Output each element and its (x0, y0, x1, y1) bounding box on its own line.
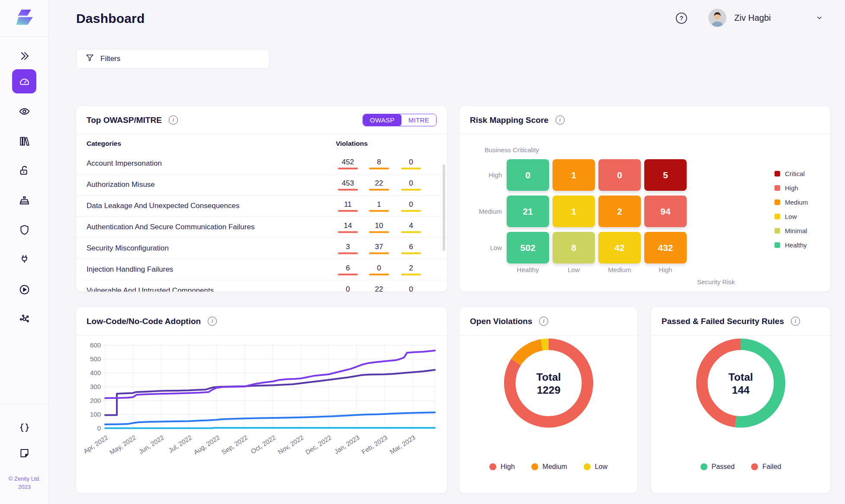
violation-count[interactable]: 8 (365, 157, 393, 169)
legend-item: Healthy (774, 241, 807, 249)
risk-cell-critical[interactable]: 5 (644, 159, 687, 191)
filters-label: Filters (100, 55, 120, 63)
dustpan-icon (19, 195, 30, 206)
violation-count[interactable]: 37 (365, 243, 393, 254)
plug-icon (19, 254, 30, 266)
sidebar-item-visibility[interactable] (12, 99, 36, 123)
info-icon[interactable]: i (208, 317, 217, 326)
categories-header: Categories (87, 140, 121, 148)
violation-count[interactable]: 0 (397, 179, 425, 191)
info-icon[interactable]: i (539, 317, 548, 326)
violations-header: Violations (336, 140, 368, 148)
violation-count[interactable]: 2 (397, 264, 425, 276)
risk-cell-medium[interactable]: 432 (644, 232, 687, 263)
legend-label: Low (595, 463, 607, 471)
violation-count[interactable]: 1 (365, 200, 393, 212)
svg-text:600: 600 (90, 341, 101, 349)
legend-item: Medium (531, 463, 567, 471)
category-label: Authentication And Secure Communication … (87, 223, 254, 231)
violation-count[interactable]: 0 (397, 285, 425, 292)
info-icon[interactable]: i (169, 116, 178, 125)
filter-funnel-icon (85, 53, 94, 64)
svg-text:0: 0 (97, 424, 101, 432)
svg-text:Total: Total (536, 371, 561, 383)
table-scrollbar[interactable] (443, 164, 445, 251)
category-label: Injection Handling Failures (87, 265, 173, 274)
zenity-logo[interactable] (0, 9, 49, 26)
violation-count[interactable]: 0 (397, 157, 425, 169)
sidebar-item-cleanup[interactable] (12, 188, 36, 212)
category-label: Authorization Misuse (87, 180, 155, 189)
user-name[interactable]: Ziv Hagbi (734, 13, 771, 23)
violation-count[interactable]: 6 (397, 243, 425, 254)
info-icon[interactable]: i (791, 317, 800, 326)
risk-cell-healthy[interactable]: 502 (507, 232, 549, 263)
risk-cell-healthy[interactable]: 21 (507, 196, 549, 227)
double-chevron-right-icon (19, 50, 30, 62)
legend-label: Critical (785, 170, 805, 177)
risk-cell-low[interactable]: 42 (598, 232, 641, 263)
risk-col-label: High (644, 266, 687, 273)
legend-dot (531, 463, 538, 470)
rules-donut-chart: Total144 (690, 332, 792, 434)
violation-count[interactable]: 0 (397, 200, 425, 212)
x-axis-label: Security Risk (697, 278, 735, 286)
sidebar-item-developer[interactable] (12, 415, 36, 440)
violation-count[interactable]: 6 (334, 264, 362, 276)
category-label: Data Leakage And Unexpected Consequences (87, 202, 239, 210)
violation-count[interactable]: 3 (334, 243, 362, 254)
card-title: Top OWASP/MITRE (87, 116, 162, 125)
legend-item: Medium (774, 199, 808, 206)
legend-swatch (774, 199, 780, 205)
legend-label: Healthy (785, 241, 807, 249)
toggle-mitre[interactable]: MITRE (402, 114, 436, 126)
violation-count[interactable]: 452 (334, 157, 362, 169)
legend-label: Minimal (785, 227, 807, 234)
violation-count[interactable]: 11 (334, 200, 362, 212)
risk-cell-minimal[interactable]: 8 (553, 232, 595, 263)
svg-text:Aug, 2022: Aug, 2022 (192, 433, 221, 456)
risk-cell-high[interactable]: 0 (598, 159, 641, 191)
violation-count[interactable]: 4 (397, 222, 425, 233)
avatar[interactable] (708, 9, 726, 27)
legend-label: High (785, 184, 798, 192)
svg-text:Feb, 2023: Feb, 2023 (360, 433, 389, 456)
violation-count[interactable]: 14 (334, 222, 362, 233)
copyright: © Zenity Ltd. 2023 (0, 475, 49, 491)
violation-count[interactable]: 10 (365, 222, 393, 233)
sidebar-item-protection[interactable] (12, 218, 36, 242)
risk-cell-healthy[interactable]: 0 (507, 159, 549, 191)
filters-button[interactable]: Filters (76, 49, 270, 69)
svg-text:144: 144 (732, 384, 750, 396)
sidebar-item-inventory[interactable] (12, 129, 36, 153)
violation-count[interactable]: 0 (334, 285, 362, 292)
sidebar-item-access[interactable] (12, 158, 36, 183)
risk-cell-medium[interactable]: 1 (553, 159, 595, 191)
svg-text:100: 100 (90, 411, 101, 418)
sidebar-item-playbooks[interactable] (12, 277, 36, 302)
table-row: Security Misconfiguration3376 (76, 238, 447, 259)
help-icon[interactable]: ? (676, 13, 687, 24)
svg-text:400: 400 (90, 369, 101, 376)
legend-dot (584, 463, 591, 470)
sidebar-item-collapse[interactable] (12, 44, 36, 68)
sidebar-item-connections[interactable] (12, 307, 36, 331)
sidebar-item-dashboard[interactable] (12, 69, 36, 93)
sidebar-item-integrations[interactable] (12, 247, 36, 272)
legend-label: Low (785, 213, 797, 220)
violation-count[interactable]: 22 (365, 179, 393, 191)
violation-count[interactable]: 22 (365, 285, 393, 292)
table-row: Authentication And Secure Communication … (76, 216, 447, 238)
violation-count[interactable]: 0 (365, 264, 393, 276)
legend-label: Medium (785, 199, 808, 206)
info-icon[interactable]: i (556, 116, 565, 125)
risk-cell-high[interactable]: 94 (644, 196, 687, 227)
risk-cell-low[interactable]: 1 (553, 196, 595, 227)
svg-text:May, 2022: May, 2022 (108, 433, 137, 456)
legend-swatch (774, 228, 780, 234)
sidebar-item-notes[interactable] (12, 441, 36, 465)
toggle-owasp[interactable]: OWASP (363, 114, 402, 126)
chevron-down-icon[interactable] (816, 14, 823, 23)
risk-cell-medium[interactable]: 2 (598, 196, 641, 227)
violation-count[interactable]: 453 (334, 179, 362, 191)
